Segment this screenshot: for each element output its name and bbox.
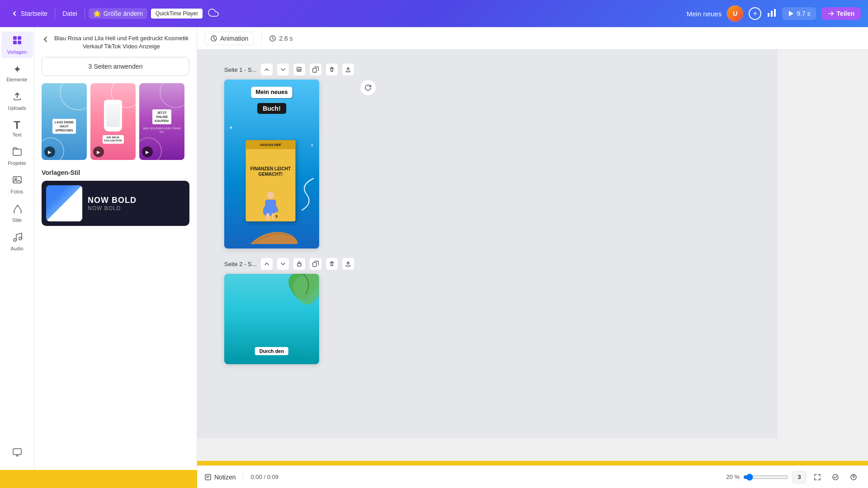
chevron-down-icon-2: [280, 261, 286, 267]
leaf-svg: [278, 274, 319, 314]
svg-marker-3: [789, 11, 793, 16]
book-wrapper: SASCHA DEIF FINANZEN LEICHT GEMACHT!: [246, 140, 298, 244]
bottom-divider: [243, 472, 243, 483]
sidebar-item-fotos[interactable]: Fotos: [1, 171, 33, 198]
stats-button[interactable]: [767, 8, 777, 20]
page-1-down-button[interactable]: [277, 63, 289, 76]
page-1-header-row: Seite 1 - S...: [224, 63, 354, 76]
quicktime-tooltip: QuickTime Player: [151, 9, 203, 19]
refresh-button-1[interactable]: [360, 80, 376, 96]
avatar: U: [727, 5, 743, 22]
page-1-delete-button[interactable]: [326, 63, 338, 76]
datei-button[interactable]: Datei: [59, 8, 81, 19]
sidebar-item-audio[interactable]: Audio: [1, 228, 33, 255]
svg-rect-7: [18, 41, 21, 44]
size-button[interactable]: 🌟 Größe ändern: [89, 8, 147, 19]
share-icon: [828, 10, 834, 17]
play-icon: [788, 10, 794, 17]
cloud-icon: [208, 7, 219, 18]
text-label: Text: [12, 132, 21, 137]
audio-label: Audio: [10, 246, 23, 251]
header-left: Startseite Datei 🌟 Größe ändern QuickTim…: [7, 7, 219, 20]
lock-icon: [297, 261, 302, 267]
style-sub: NOW BOLD: [88, 205, 185, 211]
panel-collapse-button[interactable]: [197, 238, 197, 259]
page-2-lock-button[interactable]: [293, 258, 306, 270]
sparkle-2: ✦: [310, 143, 314, 148]
sidebar-item-uploads[interactable]: Uploads: [1, 88, 33, 114]
page-2-duplicate-button[interactable]: [309, 258, 322, 270]
style-card[interactable]: NOW BOLD NOW BOLD: [42, 181, 189, 226]
page-2-down-button[interactable]: [277, 258, 289, 270]
tmpl3-subtext: WEIL SCHÖNES KEIN TREND IST: [139, 127, 184, 134]
play-time: 9.7 s: [797, 10, 810, 17]
panel-back-icon: [42, 35, 50, 43]
page-1-container: Seite 1 - S...: [224, 63, 354, 249]
page-1-export-button[interactable]: [342, 63, 354, 76]
svg-rect-8: [13, 149, 21, 155]
back-button[interactable]: Startseite: [7, 8, 51, 19]
sidebar-item-bottom[interactable]: [1, 444, 33, 461]
fotos-label: Fotos: [11, 189, 24, 194]
book-title-area: FINANZEN LEICHT GEMACHT!: [246, 149, 296, 194]
help-button[interactable]: [846, 470, 861, 484]
avatar-button[interactable]: U: [727, 5, 743, 22]
page-1-duplicate-button[interactable]: [309, 63, 322, 76]
export-icon-2: [345, 261, 351, 267]
panel-back-button[interactable]: [42, 35, 50, 46]
page-1-up-button[interactable]: [260, 63, 273, 76]
sidebar-item-projekte[interactable]: Projekte: [1, 143, 33, 169]
notes-button[interactable]: Notizen: [204, 474, 236, 481]
pages-indicator[interactable]: 3: [792, 471, 807, 483]
sidebar-item-stile[interactable]: Stile: [1, 200, 33, 226]
page-2-export-button[interactable]: [342, 258, 354, 270]
projekte-icon: [12, 146, 22, 159]
sidebar-item-vorlagen[interactable]: Vorlagen: [1, 32, 33, 58]
grid-icon: [12, 35, 22, 45]
refresh-icon: [364, 84, 372, 92]
page-2-delete-button[interactable]: [326, 258, 338, 270]
add-button[interactable]: +: [749, 7, 761, 20]
animation-icon: [210, 35, 217, 42]
zoom-slider[interactable]: [743, 474, 788, 481]
bottle-inner: [106, 104, 120, 127]
template-card-2[interactable]: DIE NEUEKOLLEKTION ▶: [90, 83, 136, 160]
book-header: SASCHA DEIF: [246, 140, 296, 149]
slide-2-text: Durch den: [255, 347, 288, 355]
style-section-title: Vorlagen-Stil: [42, 169, 189, 176]
tmpl2-bottle: [104, 100, 122, 131]
page-2-row: Seite 2 - S...: [224, 258, 354, 364]
hand-svg: [246, 217, 298, 244]
export-icon: [345, 67, 351, 72]
apply-button[interactable]: 3 Seiten anwenden: [42, 57, 189, 76]
stats-icon: [767, 8, 777, 18]
monitor-icon: [12, 447, 22, 457]
play-button[interactable]: 9.7 s: [782, 7, 816, 20]
slide-1[interactable]: Mein neues Buch! SASCHA DEIF FINANZEN LE…: [224, 80, 319, 249]
share-button[interactable]: Teilen: [821, 7, 861, 20]
check-button[interactable]: [828, 470, 843, 484]
expand-button[interactable]: [810, 470, 825, 484]
header-divider2: [85, 8, 85, 19]
slide-2[interactable]: Durch den: [224, 274, 319, 364]
animation-button[interactable]: Animation: [204, 32, 254, 45]
svg-rect-17: [313, 68, 316, 72]
animation-label: Animation: [220, 35, 248, 42]
sidebar-item-elemente[interactable]: ✦ Elemente: [1, 60, 33, 86]
slide-1-title-line2: Buch!: [257, 103, 286, 114]
page-1-add-button[interactable]: [293, 63, 306, 76]
svg-rect-4: [13, 36, 17, 40]
audio-icon: [12, 232, 22, 244]
page-2-up-button[interactable]: [260, 258, 273, 270]
header-divider: [55, 8, 55, 19]
sidebar-item-text[interactable]: T Text: [1, 116, 33, 141]
slide-1-content: Mein neues Buch! SASCHA DEIF FINANZEN LE…: [224, 80, 319, 249]
notes-label: Notizen: [214, 474, 236, 481]
cloud-button[interactable]: [208, 7, 219, 20]
svg-rect-6: [13, 41, 17, 44]
header: Startseite Datei 🌟 Größe ändern QuickTim…: [0, 0, 868, 27]
template-card-1[interactable]: LASS DEINEHAUTSPRECHEN ▶: [42, 83, 87, 160]
deco-circle: [60, 83, 87, 110]
projekte-label: Projekte: [8, 160, 26, 166]
template-card-3[interactable]: JETZTONLINEKAUFEN! WEIL SCHÖNES KEIN TRE…: [139, 83, 184, 160]
